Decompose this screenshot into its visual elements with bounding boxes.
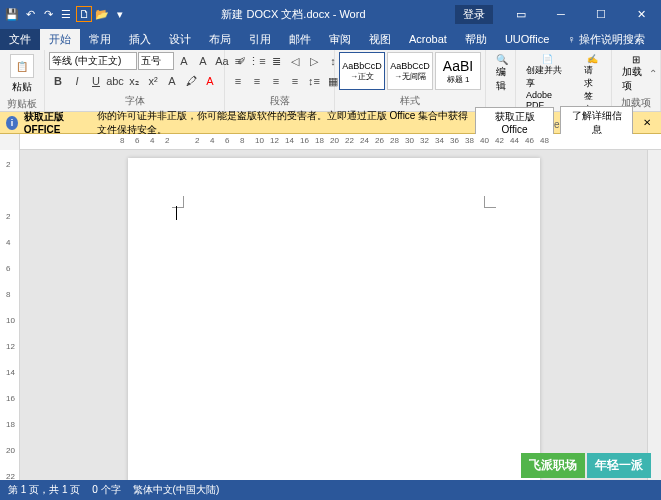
align-left-icon[interactable]: ≡ xyxy=(229,72,247,90)
tab-insert[interactable]: 插入 xyxy=(120,29,160,50)
horizontal-ruler[interactable]: 8642246810121416182022242628303234363840… xyxy=(0,134,661,150)
dismiss-warning-icon[interactable]: ✕ xyxy=(639,117,655,128)
paste-button[interactable]: 📋 粘贴 xyxy=(4,52,40,96)
quick-access-toolbar: 💾 ↶ ↷ ☰ 🗋 📂 ▾ xyxy=(0,6,132,22)
group-styles: AaBbCcD →正文 AaBbCcD →无间隔 AaBI 标题 1 样式 xyxy=(335,50,486,111)
bullets-icon[interactable]: ≡ xyxy=(229,52,247,70)
text-cursor xyxy=(176,206,177,220)
style-nospacing[interactable]: AaBbCcD →无间隔 xyxy=(387,52,433,90)
ruler-h-scale: 8642246810121416182022242628303234363840… xyxy=(20,134,661,149)
undo-icon[interactable]: ↶ xyxy=(22,6,38,22)
text-effect-icon[interactable]: A xyxy=(163,72,181,90)
sign-icon: ✍ xyxy=(587,54,598,64)
ribbon: 📋 粘贴 剪贴板 A A Aa ✐ B I U abc x₂ x² A xyxy=(0,50,661,112)
line-spacing-icon[interactable]: ↕≡ xyxy=(305,72,323,90)
document-area: 2246810121416182022 xyxy=(0,150,661,488)
tell-me-search[interactable]: ♀ 操作说明搜索 xyxy=(558,29,653,50)
language-indicator[interactable]: 繁体中文(中国大陆) xyxy=(133,483,220,497)
title-bar: 💾 ↶ ↷ ☰ 🗋 📂 ▾ 新建 DOCX 文档.docx - Word 登录 … xyxy=(0,0,661,28)
shrink-font-icon[interactable]: A xyxy=(194,52,212,70)
style-name: 标题 1 xyxy=(447,74,470,85)
style-heading1[interactable]: AaBI 标题 1 xyxy=(435,52,481,90)
window-title: 新建 DOCX 文档.docx - Word xyxy=(132,7,455,22)
page[interactable] xyxy=(128,158,540,488)
indent-right-icon[interactable]: ▷ xyxy=(305,52,323,70)
justify-icon[interactable]: ≡ xyxy=(286,72,304,90)
redo-icon[interactable]: ↷ xyxy=(40,6,56,22)
font-name-select[interactable] xyxy=(49,52,137,70)
strike-icon[interactable]: abc xyxy=(106,72,124,90)
grow-font-icon[interactable]: A xyxy=(175,52,193,70)
paragraph-group-label: 段落 xyxy=(229,93,330,109)
paste-label: 粘贴 xyxy=(12,80,32,94)
collapse-ribbon-icon[interactable]: ⌃ xyxy=(649,68,657,79)
tab-common[interactable]: 常用 xyxy=(80,29,120,50)
group-clipboard: 📋 粘贴 剪贴板 xyxy=(0,50,45,111)
vertical-scrollbar[interactable] xyxy=(647,150,661,488)
license-warning-bar: i 获取正版 OFFICE 你的许可证并非正版，你可能是盗版软件的受害者。立即通… xyxy=(0,112,661,134)
tab-help[interactable]: 帮助 xyxy=(456,29,496,50)
align-right-icon[interactable]: ≡ xyxy=(267,72,285,90)
minimize-button[interactable]: ─ xyxy=(541,0,581,28)
ribbon-options-icon[interactable]: ▭ xyxy=(501,0,541,28)
editing-button[interactable]: 🔍 编辑 xyxy=(490,52,514,95)
style-name: →无间隔 xyxy=(394,71,426,82)
tab-references[interactable]: 引用 xyxy=(240,29,280,50)
close-button[interactable]: ✕ xyxy=(621,0,661,28)
open-icon[interactable]: 📂 xyxy=(94,6,110,22)
find-icon: 🔍 xyxy=(496,54,508,65)
adobe-create-label: 创建并共享 xyxy=(526,64,570,90)
group-paragraph: ≡ ⋮≡ ≣ ◁ ▷ ↕ ¶ ≡ ≡ ≡ ≡ ↕≡ ▦ ⊞ 段落 xyxy=(225,50,335,111)
watermark-text-1: 飞派职场 xyxy=(521,453,585,478)
tab-layout[interactable]: 布局 xyxy=(200,29,240,50)
numbering-icon[interactable]: ⋮≡ xyxy=(248,52,266,70)
tab-acrobat[interactable]: Acrobat xyxy=(400,30,456,48)
italic-icon[interactable]: I xyxy=(68,72,86,90)
save-icon[interactable]: 💾 xyxy=(4,6,20,22)
info-icon: i xyxy=(6,116,18,130)
login-button[interactable]: 登录 xyxy=(455,5,493,24)
tell-me-label: 操作说明搜索 xyxy=(579,33,645,45)
tab-home[interactable]: 开始 xyxy=(40,29,80,50)
subscript-icon[interactable]: x₂ xyxy=(125,72,143,90)
watermark: 飞派职场 年轻一派 xyxy=(521,453,651,478)
tab-uuoffice[interactable]: UUOffice xyxy=(496,30,558,48)
tab-mailings[interactable]: 邮件 xyxy=(280,29,320,50)
qat-dropdown-icon[interactable]: ▾ xyxy=(112,6,128,22)
font-group-label: 字体 xyxy=(49,93,220,109)
editing-label: 编辑 xyxy=(496,65,508,93)
margin-marker-tr xyxy=(484,196,496,208)
style-normal[interactable]: AaBbCcD →正文 xyxy=(339,52,385,90)
warning-text: 你的许可证并非正版，你可能是盗版软件的受害者。立即通过正版 Office 集合中… xyxy=(97,109,469,137)
new-doc-icon[interactable]: 🗋 xyxy=(76,6,92,22)
tab-design[interactable]: 设计 xyxy=(160,29,200,50)
superscript-icon[interactable]: x² xyxy=(144,72,162,90)
indent-left-icon[interactable]: ◁ xyxy=(286,52,304,70)
ruler-corner xyxy=(0,134,20,150)
margin-marker-tl xyxy=(172,196,184,208)
style-sample: AaBbCcD xyxy=(390,61,430,71)
font-color-icon[interactable]: A xyxy=(201,72,219,90)
underline-icon[interactable]: U xyxy=(87,72,105,90)
tab-review[interactable]: 审阅 xyxy=(320,29,360,50)
group-addon: ⊞ 加载项 加载项 xyxy=(612,50,661,111)
tab-file[interactable]: 文件 xyxy=(0,29,40,50)
pdf-icon: 📄 xyxy=(542,54,553,64)
font-size-select[interactable] xyxy=(138,52,174,70)
document-viewport[interactable] xyxy=(20,150,647,488)
word-count[interactable]: 0 个字 xyxy=(92,483,120,497)
group-editing: 🔍 编辑 xyxy=(486,50,516,111)
status-bar: 第 1 页，共 1 页 0 个字 繁体中文(中国大陆) xyxy=(0,480,661,500)
maximize-button[interactable]: ☐ xyxy=(581,0,621,28)
vertical-ruler[interactable]: 2246810121416182022 xyxy=(0,150,20,488)
align-center-icon[interactable]: ≡ xyxy=(248,72,266,90)
multilevel-icon[interactable]: ≣ xyxy=(267,52,285,70)
page-count[interactable]: 第 1 页，共 1 页 xyxy=(8,483,80,497)
style-name: →正文 xyxy=(350,71,374,82)
highlight-icon[interactable]: 🖍 xyxy=(182,72,200,90)
touch-icon[interactable]: ☰ xyxy=(58,6,74,22)
warning-title: 获取正版 OFFICE xyxy=(24,110,91,135)
tab-view[interactable]: 视图 xyxy=(360,29,400,50)
bold-icon[interactable]: B xyxy=(49,72,67,90)
adobe-create-button[interactable]: 📄 创建并共享 Adobe PDF xyxy=(520,52,576,112)
